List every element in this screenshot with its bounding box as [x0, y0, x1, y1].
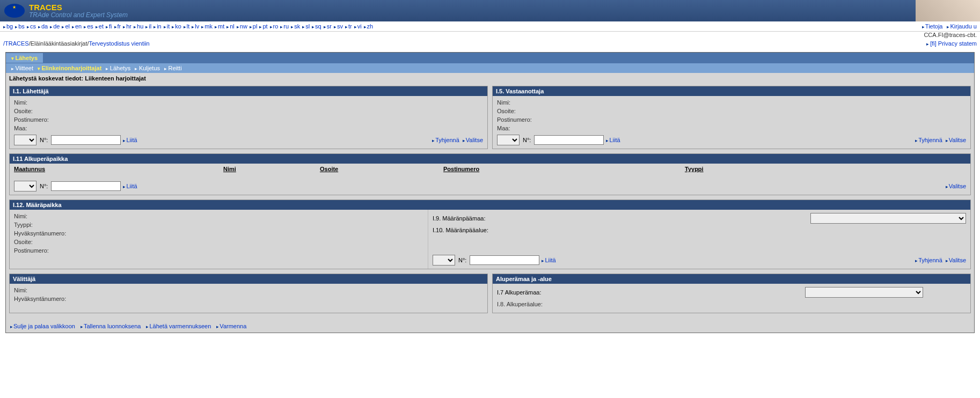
tab-lahetys[interactable]: Lähetys — [6, 53, 43, 63]
origin-select-link[interactable]: Valitse — [946, 183, 966, 189]
lang-fi[interactable]: fi — [106, 23, 112, 30]
origin-col-postal[interactable]: Postinumero — [443, 166, 685, 172]
consignor-title: I.1. Lähettäjä — [10, 86, 487, 96]
user-email: CCA.FI@traces-cbt. — [0, 32, 980, 38]
lang-sl[interactable]: sl — [302, 23, 310, 30]
origin-table-head: Maatunnus Nimi Osoite Postinumero Tyyppi — [10, 164, 970, 174]
consignee-name-label: Nimi: — [497, 99, 966, 106]
origin-no-label: N°: — [40, 183, 48, 189]
consignor-country-label: Maa: — [14, 125, 483, 131]
login-link[interactable]: Kirjaudu u — [947, 23, 977, 30]
consignee-select-link[interactable]: Valitse — [946, 137, 966, 143]
consignee-assign-link[interactable]: Liitä — [606, 137, 620, 143]
lang-mk[interactable]: mk — [201, 23, 213, 30]
origin-col-countrycode[interactable]: Maatunnus — [14, 166, 223, 172]
agent-title: Välittäjä — [10, 274, 487, 284]
lang-nl[interactable]: nl — [226, 23, 235, 30]
consignor-no-input[interactable] — [51, 135, 121, 145]
origin-col-address[interactable]: Osoite — [320, 166, 443, 172]
lang-fr[interactable]: fr — [114, 23, 121, 30]
consignor-assign-link[interactable]: Liitä — [123, 137, 137, 143]
app-title: TRACES — [29, 3, 128, 11]
consignor-clear-link[interactable]: Tyhjennä — [432, 137, 459, 143]
origin-country-panel: Aluperämaa ja -alue I.7 Alkuperämaa: I.8… — [492, 274, 971, 313]
lang-es[interactable]: es — [84, 23, 93, 30]
lang-sk[interactable]: sk — [291, 23, 300, 30]
bottom-actions: Sulje ja palaa valikkoon Tallenna luonno… — [6, 320, 974, 333]
lang-tr[interactable]: tr — [345, 23, 352, 30]
close-button[interactable]: Sulje ja palaa valikkoon — [10, 323, 75, 329]
consignee-country-select[interactable] — [497, 135, 520, 145]
save-draft-button[interactable]: Tallenna luonnoksena — [81, 323, 141, 329]
consignor-address-label: Osoite: — [14, 108, 483, 114]
lang-zh[interactable]: zh — [364, 23, 374, 30]
info-link[interactable]: Tietoja — [922, 23, 943, 30]
breadcrumb-root[interactable]: /TRACES — [3, 40, 29, 47]
consignee-no-input[interactable] — [534, 135, 604, 145]
submit-button[interactable]: Lähetä varmennukseen — [146, 323, 211, 329]
breadcrumb: /TRACES/Eläinlääkintäasiakirjat/Terveyst… — [0, 38, 153, 49]
lang-il[interactable]: il — [145, 23, 151, 30]
lang-vi[interactable]: vi — [354, 23, 362, 30]
lang-sv[interactable]: sv — [334, 23, 343, 30]
lang-da[interactable]: da — [38, 23, 48, 30]
lang-it[interactable]: it — [164, 23, 170, 30]
lang-ro[interactable]: ro — [270, 23, 279, 30]
dest-assign-link[interactable]: Liitä — [542, 257, 555, 263]
destination-title: I.12. Määräpaikka — [10, 200, 970, 210]
lang-nw[interactable]: nw — [237, 23, 247, 30]
agent-panel: Välittäjä Nimi: Hyväksyntänumero: — [9, 274, 488, 313]
consignee-title: I.5. Vastaanottaja — [493, 86, 970, 96]
consignor-postal-label: Postinumero: — [14, 116, 483, 123]
dest-country-select[interactable] — [810, 213, 966, 224]
lang-ru[interactable]: ru — [280, 23, 289, 30]
dest-select-link[interactable]: Valitse — [946, 257, 966, 263]
lang-bg[interactable]: bg — [3, 23, 13, 30]
agent-name-label: Nimi: — [14, 287, 483, 293]
header-decor-image — [916, 0, 980, 21]
consignee-panel: I.5. Vastaanottaja Nimi: Osoite: Postinu… — [492, 86, 971, 149]
lang-ko[interactable]: ko — [172, 23, 181, 30]
origin-col-type[interactable]: Tyyppi — [685, 166, 966, 172]
tab-lahetys-sub[interactable]: Lähetys — [106, 65, 130, 71]
lang-cs[interactable]: cs — [27, 23, 36, 30]
lang-sr[interactable]: sr — [324, 23, 332, 30]
consignor-select-link[interactable]: Valitse — [463, 137, 483, 143]
tab-kuljetus[interactable]: Kuljetus — [135, 65, 160, 71]
dest-clear-link[interactable]: Tyhjennä — [915, 257, 942, 263]
origin-assign-link[interactable]: Liitä — [123, 183, 137, 189]
lang-sq[interactable]: sq — [312, 23, 321, 30]
dest-no-input[interactable] — [470, 255, 539, 265]
origin-country-title: Aluperämaa ja -alue — [493, 274, 970, 284]
tab-viitteet[interactable]: Viitteet — [11, 65, 33, 71]
lang-et[interactable]: et — [96, 23, 104, 30]
privacy-link[interactable]: [fi] Privacy statem — [926, 40, 977, 47]
lang-el[interactable]: el — [62, 23, 70, 30]
validate-button[interactable]: Varmenna — [216, 323, 246, 329]
consignee-no-label: N°: — [523, 137, 531, 143]
origin-country-select[interactable] — [14, 181, 36, 191]
lang-pl[interactable]: pl — [250, 23, 258, 30]
language-list: bgbscsdadeelenesetfifrhrhuilinitkoltlvmk… — [3, 23, 373, 30]
lang-lv[interactable]: lv — [192, 23, 199, 30]
lang-hu[interactable]: hu — [134, 23, 143, 30]
lang-de[interactable]: de — [50, 23, 60, 30]
lang-hr[interactable]: hr — [123, 23, 131, 30]
consignor-country-select[interactable] — [14, 135, 36, 145]
tab-elinkeinonharjoittajat[interactable]: Elinkeinonharjoittajat — [38, 65, 101, 71]
consignee-clear-link[interactable]: Tyhjennä — [915, 137, 942, 143]
origin-col-name[interactable]: Nimi — [223, 166, 320, 172]
origin-no-input[interactable] — [51, 181, 121, 191]
origin-country-select2[interactable] — [805, 287, 923, 298]
lang-lt[interactable]: lt — [184, 23, 190, 30]
section-title: Lähetystä koskevat tiedot: Liikenteen ha… — [6, 73, 974, 84]
origin-panel: I.11 Alkuperäpaikka Maatunnus Nimi Osoit… — [9, 153, 971, 195]
tab-reitti[interactable]: Reitti — [164, 65, 182, 71]
lang-en[interactable]: en — [72, 23, 82, 30]
breadcrumb-leaf[interactable]: Terveystodistus vientiin — [89, 40, 150, 47]
lang-in[interactable]: in — [153, 23, 162, 30]
lang-mt[interactable]: mt — [215, 23, 224, 30]
lang-bs[interactable]: bs — [15, 23, 25, 30]
dest-country-code-select[interactable] — [433, 255, 455, 266]
lang-pt[interactable]: pt — [259, 23, 267, 30]
